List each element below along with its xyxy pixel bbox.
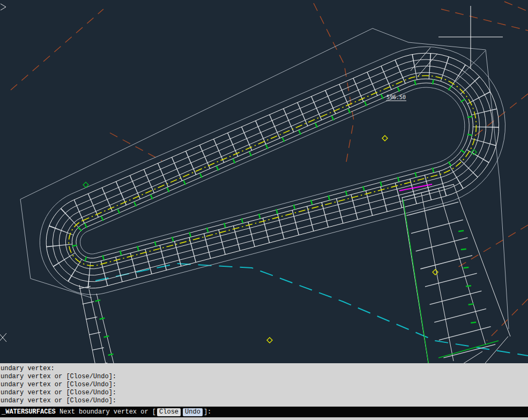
yellow-diamond-marker	[433, 269, 438, 275]
command-history-line: undary vertex or [Close/Undo]:	[1, 373, 528, 381]
elevation-label: 596.50	[386, 94, 406, 100]
road-lane	[438, 189, 486, 345]
access-road-right	[402, 184, 510, 363]
undo-option-button[interactable]: Undo	[183, 408, 203, 416]
track-lane-line	[59, 66, 486, 275]
command-history-line: undary vertex or [Close/Undo]:	[1, 381, 528, 389]
road-slope-markers-green	[98, 300, 111, 358]
elevation-annotation: 596.50	[386, 94, 406, 101]
track-inner-berm	[76, 83, 469, 258]
model-space-viewport[interactable]: 596.50	[0, 0, 528, 363]
water-edge-line-cyan	[95, 264, 528, 356]
command-prompt-suffix: ]:	[204, 407, 211, 417]
road-edge	[453, 184, 510, 336]
left-edge-x-marker	[0, 333, 6, 342]
cad-application-window: 596.50 undary vertex: undary vertex or […	[0, 0, 528, 420]
yellow-diamond-marker	[267, 338, 272, 343]
road-slope-markers-green	[461, 230, 474, 326]
track-embankment	[40, 47, 505, 295]
command-history-line: undary vertex or [Close/Undo]:	[1, 397, 528, 405]
contour-lines-red	[11, 2, 528, 341]
track-lane-line	[65, 72, 479, 269]
contour-line	[11, 9, 103, 90]
contour-line	[441, 9, 528, 31]
contour-line	[504, 2, 528, 11]
road-corner-line	[482, 336, 508, 363]
access-road-left	[79, 285, 114, 363]
yellow-diamond-marker	[382, 136, 388, 141]
contour-line	[110, 133, 162, 161]
point-markers	[83, 136, 477, 343]
road-lane	[421, 193, 453, 361]
road-diagonal-green	[438, 341, 499, 358]
close-option-button[interactable]: Close	[157, 408, 181, 416]
contour-line	[476, 94, 528, 135]
contour-line	[314, 3, 354, 162]
contour-line	[457, 225, 528, 268]
road-edge	[96, 294, 114, 363]
track-centerline-yellow	[69, 76, 476, 266]
water-dashed-polyline	[95, 264, 528, 356]
command-input-line[interactable]: _WATERSURFACES Next boundary vertex or […	[0, 407, 528, 417]
command-history-line: undary vertex:	[1, 365, 528, 373]
window-bottom-edge	[0, 417, 528, 420]
edge-markers	[0, 4, 6, 342]
command-history-line: undary vertex or [Close/Undo]:	[1, 389, 528, 397]
command-prompt-text: Next boundary vertex or [	[56, 407, 156, 417]
drawing-canvas: 596.50	[0, 0, 528, 363]
top-left-marker	[1, 4, 6, 10]
boundary-polyline	[20, 199, 92, 298]
command-history-panel[interactable]: undary vertex: undary vertex or [Close/U…	[0, 363, 528, 407]
track-cross-section-rungs	[59, 66, 486, 275]
active-command-name: _WATERSURFACES	[2, 407, 56, 417]
road-edge-green	[403, 199, 429, 363]
